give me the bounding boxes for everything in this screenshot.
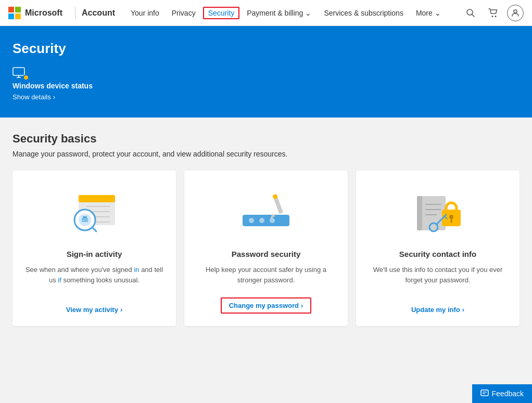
more-chevron-icon: ⌄ (435, 9, 441, 17)
show-details-link[interactable]: Show details › (12, 93, 520, 101)
security-contact-illustration (407, 187, 469, 239)
security-contact-title: Security contact info (399, 250, 476, 258)
nav-divider (75, 7, 75, 19)
device-icon-wrap (12, 67, 27, 80)
hero-banner: Security Windows device status Show deta… (0, 26, 532, 118)
section-title: Security basics (12, 132, 520, 146)
user-avatar[interactable] (507, 5, 524, 21)
password-illustration (235, 187, 297, 239)
device-status: Windows device status Show details › (12, 67, 520, 101)
device-status-label: Windows device status (12, 82, 520, 90)
show-details-chevron-icon: › (53, 93, 55, 101)
signin-activity-illustration (63, 187, 125, 239)
search-icon (466, 8, 475, 18)
password-card-title: Password security (232, 250, 301, 258)
hero-title: Security (12, 41, 520, 57)
change-password-link[interactable]: Change my password › (221, 297, 312, 314)
payment-chevron-icon: ⌄ (305, 9, 311, 17)
svg-line-18 (92, 227, 96, 231)
svg-rect-9 (79, 195, 115, 202)
nav-links: Your info Privacy Security Payment & bil… (125, 2, 461, 24)
nav-services[interactable]: Services & subscriptions (319, 2, 409, 24)
password-security-card: Password security Help keep your account… (184, 171, 348, 326)
svg-rect-5 (13, 68, 24, 75)
microsoft-logo[interactable]: Microsoft (8, 7, 62, 19)
nav-your-info[interactable]: Your info (125, 2, 164, 24)
svg-point-3 (495, 16, 497, 17)
svg-rect-16 (82, 218, 88, 222)
section-desc: Manage your password, protect your accou… (12, 150, 520, 158)
svg-point-21 (259, 218, 264, 223)
account-label: Account (82, 8, 115, 18)
main-content: Security basics Manage your password, pr… (0, 118, 532, 341)
nav-more[interactable]: More ⌄ (411, 2, 446, 24)
svg-point-4 (514, 10, 517, 13)
security-contact-card: Security contact info We'll use this inf… (356, 171, 520, 326)
svg-line-1 (472, 14, 475, 17)
nav-security[interactable]: Security (203, 7, 240, 19)
cart-button[interactable] (484, 4, 503, 22)
svg-rect-17 (83, 216, 87, 218)
device-badge (23, 74, 29, 81)
nav-action-icons (461, 4, 524, 22)
nav-privacy[interactable]: Privacy (167, 2, 201, 24)
cart-icon (488, 8, 499, 18)
search-button[interactable] (461, 4, 480, 22)
microsoft-brand: Microsoft (25, 8, 62, 18)
device-icon-row (12, 67, 520, 80)
user-icon (511, 9, 520, 17)
signin-activity-card: Sign-in activity See when and where you'… (12, 171, 176, 326)
security-contact-desc: We'll use this info to contact you if yo… (369, 265, 507, 293)
view-activity-chevron-icon: › (120, 306, 122, 314)
update-info-chevron-icon: › (462, 306, 464, 314)
svg-rect-27 (417, 196, 422, 230)
view-activity-link[interactable]: View my activity › (66, 306, 123, 314)
top-navigation: Microsoft Account Your info Privacy Secu… (0, 0, 532, 26)
password-card-desc: Help keep your account safer by using a … (197, 265, 335, 285)
change-password-chevron-icon: › (301, 302, 303, 309)
nav-payment[interactable]: Payment & billing ⌄ (242, 2, 316, 24)
update-info-link[interactable]: Update my info › (411, 306, 464, 314)
svg-point-20 (249, 218, 254, 223)
signin-card-title: Sign-in activity (67, 250, 122, 258)
svg-point-2 (492, 16, 493, 17)
security-cards: Sign-in activity See when and where you'… (12, 171, 520, 326)
ms-logo-grid (8, 7, 21, 19)
signin-card-desc: See when and where you've signed in and … (25, 265, 163, 293)
